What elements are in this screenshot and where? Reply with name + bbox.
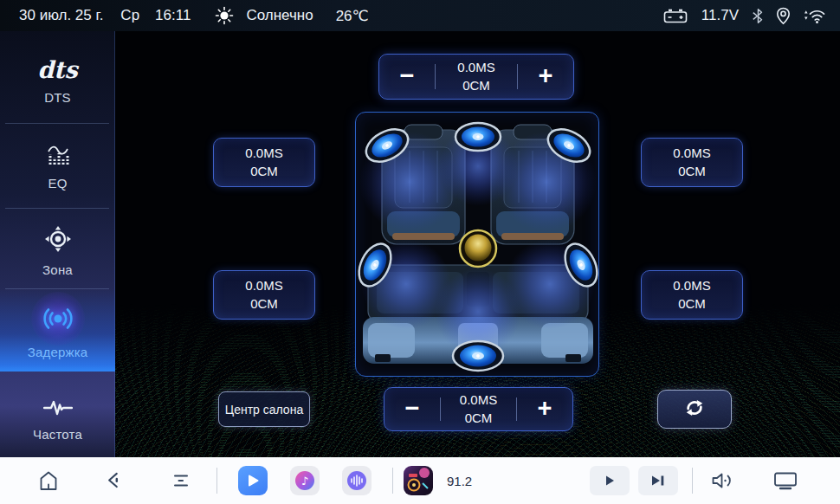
delay-ms: 0.0MS <box>460 393 497 408</box>
recent-apps-icon[interactable] <box>170 469 192 492</box>
svg-text:♪: ♪ <box>301 475 308 488</box>
front-center-delay-stepper: − 0.0MS 0CM + <box>378 54 574 100</box>
sidebar-item-eq[interactable]: EQ <box>0 128 115 204</box>
screen-off-icon[interactable] <box>772 470 798 491</box>
delay-ms: 0.0MS <box>673 146 710 161</box>
voice-dsp-app-icon[interactable] <box>342 466 372 495</box>
subwoofer-delay-stepper: − 0.0MS 0CM + <box>384 387 573 431</box>
video-player-app-icon[interactable] <box>238 466 268 495</box>
delay-ms: 0.0MS <box>245 279 282 294</box>
status-weather: Солнечно <box>246 7 313 24</box>
sidebar-item-label: DTS <box>44 90 71 105</box>
subwoofer-delay-value: 0.0MS 0CM <box>441 388 516 430</box>
sidebar-item-zone[interactable]: Зона <box>0 213 115 288</box>
reset-icon <box>683 397 706 422</box>
plus-button[interactable]: + <box>517 388 572 430</box>
sidebar-item-label: Зона <box>42 262 73 277</box>
delay-cm: 0CM <box>250 165 278 179</box>
rear-left-delay-box[interactable]: 0.0MS 0CM <box>213 270 315 320</box>
sidebar-item-frequency[interactable]: Частота <box>0 381 115 457</box>
bottom-nav-bar: ♪ 9 <box>0 457 840 504</box>
delay-ms: 0.0MS <box>673 279 710 294</box>
delay-cm: 0CM <box>465 411 493 426</box>
bottom-bar-divider <box>216 468 217 494</box>
music-app-icon[interactable]: ♪ <box>290 466 320 495</box>
minus-button[interactable]: − <box>384 388 440 430</box>
plus-button[interactable]: + <box>518 55 573 99</box>
sidebar-item-dts[interactable]: dts DTS <box>0 42 115 121</box>
location-icon <box>776 7 791 25</box>
status-voltage: 11.7V <box>701 7 739 24</box>
radio-frequency-label: 91.2 <box>447 474 472 488</box>
home-icon[interactable] <box>36 468 61 493</box>
sidebar-item-label: EQ <box>48 176 67 191</box>
front-center-delay-value: 0.0MS 0CM <box>436 55 517 99</box>
delay-ms: 0.0MS <box>245 146 282 161</box>
radio-app-icon[interactable] <box>404 466 433 495</box>
status-temperature: 26℃ <box>336 7 369 25</box>
car-cabin-panel <box>355 112 599 377</box>
speaker-front-center[interactable] <box>456 123 501 151</box>
bottom-bar-divider <box>692 468 693 494</box>
delay-ms: 0.0MS <box>457 61 494 75</box>
status-bar: 30 июл. 25 г. Ср 16:11 Солнечно 26℃ <box>0 0 840 31</box>
status-day: Ср <box>120 7 139 24</box>
cabin-center-position-button[interactable]: Центр салона <box>218 391 310 427</box>
delay-signal-icon <box>41 301 75 336</box>
back-icon[interactable] <box>102 469 125 492</box>
next-track-button[interactable] <box>638 466 678 495</box>
reset-delays-button[interactable] <box>657 390 732 429</box>
car-cabin-illustration <box>356 113 599 377</box>
front-left-delay-box[interactable]: 0.0MS 0CM <box>213 138 315 187</box>
sun-icon <box>215 6 234 25</box>
dts-logo-icon: dts <box>37 58 78 81</box>
delay-cm: 0CM <box>678 165 706 179</box>
bottom-bar-divider <box>392 468 393 494</box>
sidebar-item-label: Частота <box>33 427 82 442</box>
volume-icon[interactable] <box>710 470 736 491</box>
wifi-icon <box>804 7 826 24</box>
status-date: 30 июл. 25 г. <box>19 7 103 24</box>
sidebar-item-delay-active[interactable]: Задержка <box>0 288 115 372</box>
play-button[interactable] <box>590 466 630 495</box>
status-time: 16:11 <box>155 7 191 24</box>
car-battery-icon <box>662 8 688 24</box>
rear-right-delay-box[interactable]: 0.0MS 0CM <box>641 270 743 320</box>
bluetooth-icon <box>752 8 763 24</box>
sidebar: dts DTS EQ <box>0 31 115 457</box>
minus-button[interactable]: − <box>379 55 435 99</box>
zone-target-icon <box>43 224 73 254</box>
sidebar-divider <box>5 123 109 124</box>
delay-cm: 0CM <box>462 79 490 94</box>
sidebar-item-label: Задержка <box>28 345 88 359</box>
equalizer-icon <box>45 143 71 167</box>
listening-position-knob[interactable] <box>460 230 496 267</box>
delay-cm: 0CM <box>250 297 278 312</box>
frequency-pulse-icon <box>43 397 73 418</box>
front-right-delay-box[interactable]: 0.0MS 0CM <box>641 138 743 187</box>
sidebar-divider <box>5 208 109 209</box>
delay-cm: 0CM <box>678 297 706 312</box>
head-unit-screen: 30 июл. 25 г. Ср 16:11 Солнечно 26℃ <box>0 0 840 504</box>
speaker-subwoofer[interactable] <box>453 341 503 371</box>
